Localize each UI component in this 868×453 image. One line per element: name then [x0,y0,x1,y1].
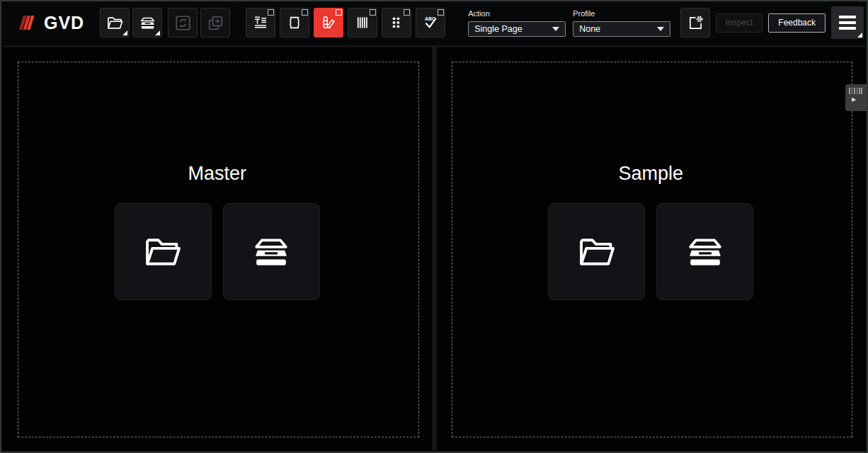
inspect-button[interactable]: Inspect [716,13,763,33]
barcode-check-button[interactable] [348,8,377,38]
square-gear-icon [686,13,705,33]
main-area: Master Sample [3,45,865,450]
spellcheck-checkbox[interactable] [438,9,444,16]
expand-right-arrow-icon: ▶ [845,97,867,103]
master-panel-title: Master [3,163,432,185]
dropdown-corner-icon [155,30,160,35]
toolbar: GVD [1,1,867,44]
scanner-icon [249,229,294,275]
app-logo: GVD [16,12,84,33]
open-file-button[interactable] [100,8,130,38]
pages-arrow-icon [206,13,225,33]
profile-value: None [579,24,657,34]
app-window: GVD [0,0,868,453]
barcode-checkbox[interactable] [370,9,376,16]
braille-check-button[interactable] [382,8,411,38]
sync-arrows-icon [173,13,193,33]
main-menu-button[interactable] [831,6,864,39]
folder-open-icon [575,230,619,274]
dropdown-corner-icon [857,33,862,38]
color-compare-button[interactable] [314,8,343,38]
action-select[interactable]: Single Page [468,21,566,37]
feedback-button[interactable]: Feedback [768,13,826,33]
open-sample-file-button[interactable] [548,203,645,300]
profile-label: Profile [573,9,670,18]
profile-select[interactable]: None [573,21,670,37]
check-mode-group [246,8,445,38]
open-master-file-button[interactable] [115,203,212,300]
die-cut-checkbox[interactable] [302,9,308,16]
profile-field: Profile None [573,9,670,37]
transfer-button-group [168,8,230,38]
action-label: Action [468,9,566,18]
send-pages-button[interactable] [200,8,230,38]
scanner-icon [138,13,157,33]
action-field: Action Single Page [468,9,566,37]
color-swatches-icon [319,13,338,32]
chevron-down-icon [657,27,664,31]
master-panel: Master [3,47,432,450]
sample-panel-title: Sample [437,163,866,185]
die-cut-icon [285,13,304,32]
text-compare-checkbox[interactable] [268,9,274,16]
side-panel-handle[interactable]: ▶ [845,84,867,111]
text-lines-icon [251,13,270,32]
braille-dots-icon [387,13,406,32]
logo-icon [16,12,37,33]
hamburger-icon [839,16,856,18]
rescan-button[interactable] [168,8,198,38]
scan-button[interactable] [132,8,162,38]
spellcheck-button[interactable] [416,8,445,38]
report-settings-button[interactable] [680,8,710,38]
logo-text: GVD [44,13,84,33]
scan-master-button[interactable] [223,203,320,300]
folder-open-icon [141,230,185,274]
dropdown-corner-icon [122,30,127,35]
braille-checkbox[interactable] [404,9,410,16]
folder-open-icon [105,13,125,33]
barcode-icon [353,13,372,32]
chevron-down-icon [552,27,559,31]
die-cut-compare-button[interactable] [280,8,309,38]
action-value: Single Page [474,24,552,34]
color-compare-checkbox[interactable] [336,9,342,16]
scan-sample-button[interactable] [656,203,753,300]
abc-checkmark-icon [421,13,440,32]
grip-icon [849,88,864,94]
sample-panel: Sample [437,47,866,450]
text-compare-button[interactable] [246,8,275,38]
file-button-group [100,8,162,38]
scanner-icon [683,229,728,275]
